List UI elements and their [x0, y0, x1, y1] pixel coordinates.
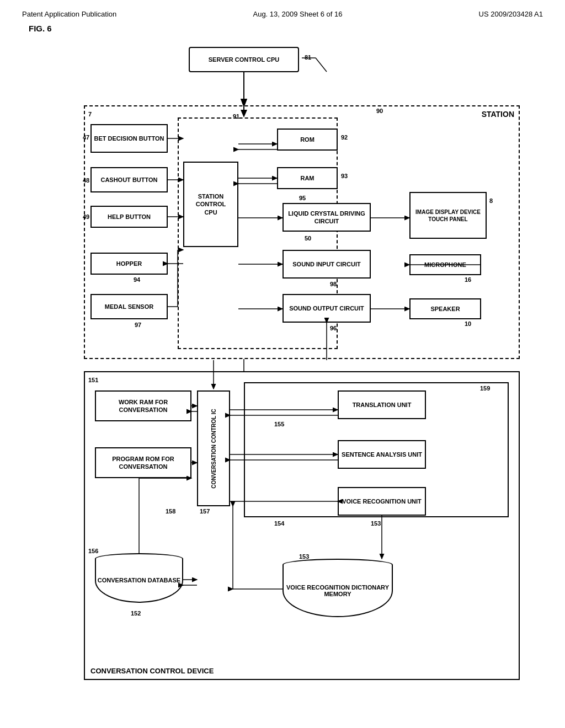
translation-unit-box: TRANSLATION UNIT: [338, 390, 426, 419]
arrow-81: [302, 52, 318, 63]
server-cpu-box: SERVER CONTROL CPU: [189, 47, 299, 72]
ram-box: RAM: [277, 167, 338, 189]
svg-line-42: [316, 58, 327, 72]
label-159: 159: [480, 385, 490, 392]
header-left: Patent Application Publication: [22, 10, 116, 18]
rom-box: ROM: [277, 129, 338, 151]
diagram-area: FIG. 6: [29, 24, 536, 697]
liquid-crystal-box: LIQUID CRYSTAL DRIVING CIRCUIT: [282, 203, 371, 232]
conversation-db-cylinder: CONVERSATION DATABASE: [95, 553, 183, 608]
voice-dict-label: VOICE RECOGNITION DICTIONARY MEMORY: [284, 584, 392, 597]
station-label: STATION: [482, 109, 514, 119]
voice-dict-cylinder: VOICE RECOGNITION DICTIONARY MEMORY: [282, 559, 393, 622]
speaker-box: SPEAKER: [409, 298, 481, 319]
label-94: 94: [134, 276, 140, 283]
medal-sensor-box: MEDAL SENSOR: [90, 294, 168, 319]
label-92: 92: [341, 134, 348, 141]
label-95: 95: [299, 195, 306, 201]
label-48: 48: [83, 177, 89, 184]
label-158: 158: [166, 508, 175, 515]
program-rom-box: PROGRAM ROM FOR CONVERSATION: [95, 447, 191, 478]
label-90: 90: [376, 108, 383, 114]
label-157: 157: [200, 508, 210, 515]
label-47: 47: [83, 134, 89, 141]
microphone-box: MICROPHONE: [409, 254, 481, 275]
label-155: 155: [274, 421, 284, 427]
label-152: 152: [131, 610, 141, 617]
label-49: 49: [83, 213, 89, 220]
label-153: 153: [371, 520, 381, 527]
sound-output-box: SOUND OUTPUT CIRCUIT: [282, 294, 371, 323]
sentence-analysis-box: SENTENCE ANALYSIS UNIT: [338, 440, 426, 469]
label-151: 151: [88, 377, 98, 383]
cashout-box: CASHOUT BUTTON: [90, 167, 168, 192]
help-box: HELP BUTTON: [90, 206, 168, 228]
fig-label: FIG. 6: [29, 24, 52, 33]
label-93: 93: [341, 173, 348, 179]
label-8: 8: [489, 197, 493, 204]
label-10: 10: [465, 320, 471, 327]
conv-db-label: CONVERSATION DATABASE: [98, 577, 180, 584]
conv-control-ic-label: CONVERSATION CONTROL IC: [210, 409, 217, 489]
sound-input-box: SOUND INPUT CIRCUIT: [282, 250, 371, 279]
image-display-box: IMAGE DISPLAY DEVICE TOUCH PANEL: [409, 192, 487, 239]
header-center: Aug. 13, 2009 Sheet 6 of 16: [253, 10, 342, 18]
label-97: 97: [135, 322, 141, 328]
header-right: US 2009/203428 A1: [479, 10, 543, 18]
work-ram-box: WORK RAM FOR CONVERSATION: [95, 390, 191, 421]
label-154: 154: [274, 520, 284, 527]
label-98: 98: [330, 281, 337, 287]
label-7: 7: [88, 111, 92, 117]
conversation-device-label: CONVERSATION CONTROL DEVICE: [90, 667, 214, 676]
bet-decision-box: BET DECISION BUTTON: [90, 124, 168, 153]
label-96: 96: [330, 325, 337, 331]
voice-recog-unit-box: VOICE RECOGNITION UNIT: [338, 487, 426, 516]
conv-control-ic-box: CONVERSATION CONTROL IC: [197, 390, 230, 506]
label-91: 91: [233, 113, 239, 120]
label-16: 16: [465, 276, 471, 283]
label-50: 50: [305, 235, 311, 242]
hopper-box: HOPPER: [90, 253, 168, 275]
station-control-box: STATION CONTROL CPU: [183, 162, 238, 247]
